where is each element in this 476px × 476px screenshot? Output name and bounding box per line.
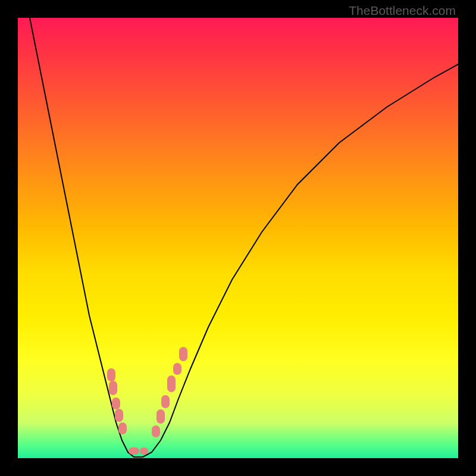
data-marker bbox=[107, 368, 115, 381]
data-marker bbox=[161, 395, 170, 408]
curve-svg bbox=[18, 18, 458, 458]
data-marker bbox=[109, 381, 117, 395]
data-marker bbox=[140, 447, 148, 455]
data-marker bbox=[112, 397, 120, 409]
data-marker bbox=[118, 422, 127, 434]
axis-frame-left bbox=[0, 0, 18, 476]
axis-frame-right bbox=[458, 0, 476, 476]
chart-container: TheBottleneck.com bbox=[0, 0, 476, 476]
data-markers bbox=[107, 347, 187, 455]
data-marker bbox=[129, 447, 139, 455]
axis-frame-bottom bbox=[0, 458, 476, 476]
bottleneck-curve bbox=[30, 18, 458, 457]
data-marker bbox=[115, 409, 123, 422]
watermark-text: TheBottleneck.com bbox=[349, 4, 456, 18]
data-marker bbox=[156, 409, 165, 424]
data-marker bbox=[179, 347, 187, 361]
data-marker bbox=[173, 363, 181, 375]
data-marker bbox=[167, 375, 176, 392]
data-marker bbox=[152, 425, 160, 437]
